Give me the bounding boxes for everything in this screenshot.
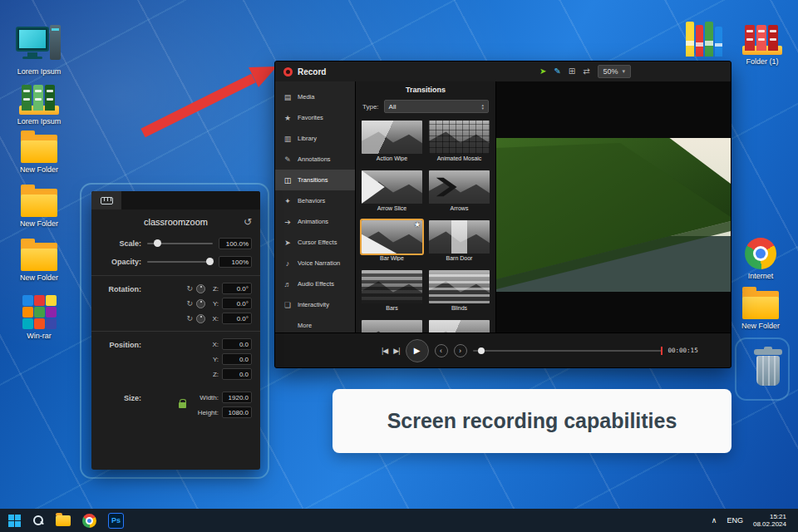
axis-label: X: — [209, 341, 219, 348]
rotation-z-value[interactable]: 0.0° — [222, 283, 252, 294]
lock-icon[interactable] — [179, 402, 186, 408]
annotations-icon: ✎ — [283, 155, 292, 164]
rotation-dial[interactable] — [196, 314, 205, 323]
desktop-icon-new-folder-1[interactable]: New Folder — [12, 135, 66, 174]
language-indicator[interactable]: ENG — [727, 516, 743, 525]
record-icon[interactable] — [283, 67, 293, 76]
search-icon[interactable] — [32, 515, 44, 526]
position-z-value[interactable]: 0.0 — [222, 368, 252, 380]
rotation-dial[interactable] — [196, 284, 205, 293]
sidebar-item-media[interactable]: ▤ Media — [275, 86, 355, 107]
sidebar-item-transitions[interactable]: ◫ Transitions — [275, 170, 355, 190]
reset-icon[interactable]: ↺ — [244, 216, 252, 228]
clip-name: classroomzoom — [144, 217, 208, 227]
slider-thumb[interactable] — [206, 258, 214, 265]
clock-date: 08.02.2024 — [753, 520, 786, 528]
type-select[interactable]: All ▴▾ — [384, 100, 489, 113]
position-z-row: Z: 0.0 — [147, 368, 252, 380]
speaker-icon: ♬ — [283, 280, 292, 288]
scale-slider[interactable] — [147, 243, 213, 244]
position-x-value[interactable]: 0.0 — [222, 338, 252, 350]
transition-label: Arrows — [429, 205, 490, 211]
opacity-slider[interactable] — [147, 261, 213, 263]
next-button[interactable]: › — [454, 344, 467, 357]
desktop-icon-recycle-bin[interactable] — [741, 346, 795, 386]
tab-media-properties[interactable] — [91, 191, 121, 209]
sidebar-item-behaviors[interactable]: ✦ Behaviors — [275, 190, 355, 211]
transition-animated-mosaic[interactable]: Animated Mosaic — [429, 121, 490, 161]
desktop: Lorem Ipsum Lorem Ipsum New Folder New F… — [0, 0, 798, 532]
width-value[interactable]: 1920.0 — [222, 392, 252, 403]
rotate-icon[interactable]: ↻ — [186, 284, 193, 293]
pen-tool-icon[interactable]: ✎ — [554, 67, 560, 76]
desktop-icon-new-folder-3[interactable]: New Folder — [12, 243, 66, 282]
photoshop-taskbar-icon[interactable]: Ps — [108, 513, 124, 529]
transition-barn-door[interactable]: Barn Door — [429, 220, 490, 261]
desktop-icon-library[interactable] — [677, 22, 731, 57]
desktop-icon-computer[interactable]: Lorem Ipsum — [12, 25, 66, 76]
step-forward-button[interactable]: ▶| — [393, 347, 399, 355]
transition-thumbnail — [362, 121, 422, 154]
previous-button[interactable]: ‹ — [435, 344, 448, 357]
tray-expand-icon[interactable]: ∧ — [712, 516, 717, 525]
height-value[interactable]: 1080.0 — [222, 406, 252, 418]
opacity-value[interactable]: 100% — [219, 256, 252, 268]
clock[interactable]: 15:21 08.02.2024 — [753, 513, 786, 528]
chrome-taskbar-icon[interactable] — [82, 514, 96, 528]
transition-item-partial[interactable] — [429, 320, 490, 332]
transition-arrow-slice[interactable]: Arrow Slice — [362, 170, 422, 211]
cursor-tool-icon[interactable]: ➤ — [539, 67, 546, 76]
desktop-icon-binders[interactable]: Lorem Ipsum — [12, 83, 66, 126]
clock-time: 15:21 — [753, 513, 786, 520]
play-button[interactable]: ▶ — [406, 339, 429, 362]
transition-item-partial[interactable] — [362, 320, 422, 332]
expand-tool-icon[interactable]: ⇄ — [583, 67, 589, 76]
desktop-icon-winrar[interactable]: Win-rar — [12, 295, 66, 340]
transition-action-wipe[interactable]: Action Wipe — [362, 121, 422, 161]
crop-tool-icon[interactable]: ⊞ — [569, 67, 575, 76]
sidebar-item-favorites[interactable]: ★ Favorites — [275, 107, 355, 128]
sidebar-item-label: Transitions — [298, 176, 328, 184]
caption-banner: Screen recording capabilities — [332, 389, 732, 453]
zoom-dropdown[interactable]: 50% ▾ — [598, 65, 632, 78]
sidebar-item-label: Audio Effects — [298, 280, 334, 288]
transition-arrows[interactable]: Arrows — [429, 170, 490, 211]
behaviors-icon: ✦ — [283, 197, 292, 205]
transition-blinds[interactable]: Blinds — [429, 270, 490, 311]
desktop-icon-internet[interactable]: Internet — [734, 238, 787, 280]
properties-title-row: classroomzoom ↺ — [91, 209, 260, 234]
rotate-icon[interactable]: ↻ — [186, 299, 193, 308]
step-back-button[interactable]: |◀ — [382, 347, 387, 355]
desktop-icon-label: Internet — [734, 272, 787, 280]
transition-bar-wipe-selected[interactable]: ★ Bar Wipe — [362, 220, 422, 261]
transition-bars[interactable]: Bars — [362, 270, 422, 311]
scale-value[interactable]: 100.0% — [219, 238, 252, 249]
desktop-icon-folder-1[interactable]: Folder (1) — [736, 23, 789, 66]
rotation-dial[interactable] — [196, 299, 205, 308]
sidebar-item-library[interactable]: ▥ Library — [275, 128, 355, 149]
type-filter-row: Type: All ▴▾ — [356, 98, 495, 116]
computer-icon — [16, 25, 62, 65]
sidebar-item-animations[interactable]: ➔ Animations — [275, 211, 355, 232]
desktop-icon-label: New Folder — [12, 219, 66, 228]
sidebar-item-cursor-effects[interactable]: ➤ Cursor Effects — [275, 232, 355, 253]
position-y-value[interactable]: 0.0 — [222, 353, 252, 365]
desktop-icon-new-folder-right[interactable]: New Folder — [734, 291, 787, 330]
rotation-y-value[interactable]: 0.0° — [222, 298, 252, 309]
file-explorer-icon[interactable] — [56, 515, 71, 526]
type-value: All — [389, 103, 397, 111]
sidebar-item-voice-narration[interactable]: ♪ Voice Narration — [275, 253, 355, 273]
start-button[interactable] — [8, 515, 21, 527]
timeline-scrubber[interactable] — [473, 350, 663, 352]
desktop-icon-new-folder-2[interactable]: New Folder — [12, 189, 66, 228]
sidebar-item-audio-effects[interactable]: ♬ Audio Effects — [275, 273, 355, 294]
slider-thumb[interactable] — [154, 239, 161, 247]
height-row: Height: 1080.0 — [147, 406, 252, 418]
rotation-x-value[interactable]: 0.0° — [222, 313, 252, 324]
rotation-label: Rotation: — [98, 283, 141, 324]
sidebar-item-interactivity[interactable]: ❏ Interactivity — [275, 294, 355, 315]
rotate-icon[interactable]: ↻ — [186, 314, 193, 323]
sidebar-item-annotations[interactable]: ✎ Annotations — [275, 149, 355, 170]
scrubber-thumb[interactable] — [478, 347, 485, 354]
divider — [91, 275, 260, 276]
